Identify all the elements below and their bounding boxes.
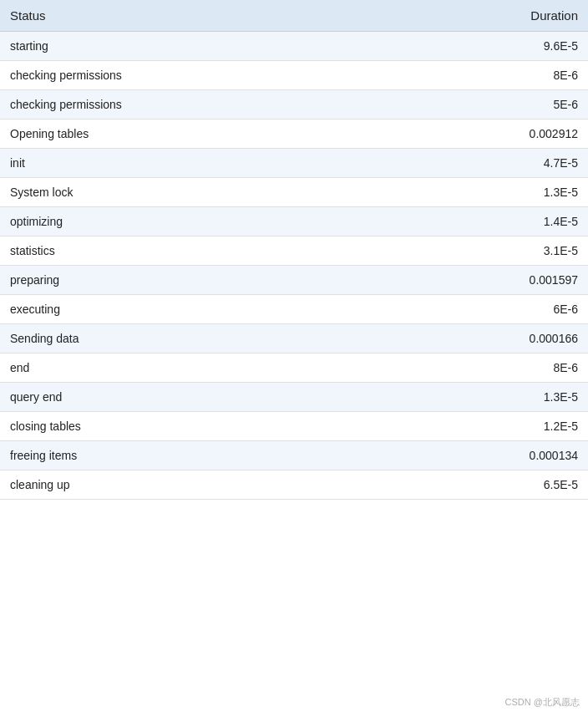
status-cell: statistics xyxy=(0,236,387,266)
duration-cell: 6E-6 xyxy=(387,295,588,324)
table-row: Sending data0.000166 xyxy=(0,324,588,353)
duration-cell: 1.3E-5 xyxy=(387,383,588,412)
table-row: preparing0.001597 xyxy=(0,266,588,295)
table-row: Opening tables0.002912 xyxy=(0,120,588,149)
table-row: checking permissions8E-6 xyxy=(0,61,588,90)
table-row: System lock1.3E-5 xyxy=(0,178,588,207)
status-cell: cleaning up xyxy=(0,470,387,500)
watermark-label: CSDN @北风愿志 xyxy=(505,696,580,709)
status-cell: starting xyxy=(0,32,387,61)
status-cell: query end xyxy=(0,383,387,412)
profiling-table: Status Duration starting9.6E-5checking p… xyxy=(0,0,588,500)
table-row: statistics3.1E-5 xyxy=(0,236,588,266)
status-cell: Opening tables xyxy=(0,120,387,149)
table-row: closing tables1.2E-5 xyxy=(0,412,588,441)
status-cell: closing tables xyxy=(0,412,387,441)
table-row: query end1.3E-5 xyxy=(0,383,588,412)
status-cell: freeing items xyxy=(0,441,387,470)
status-cell: init xyxy=(0,149,387,178)
table-row: end8E-6 xyxy=(0,353,588,383)
duration-cell: 0.000166 xyxy=(387,324,588,353)
status-cell: end xyxy=(0,353,387,383)
duration-cell: 8E-6 xyxy=(387,61,588,90)
table-header-row: Status Duration xyxy=(0,0,588,32)
duration-cell: 5E-6 xyxy=(387,90,588,120)
table-row: checking permissions5E-6 xyxy=(0,90,588,120)
status-cell: preparing xyxy=(0,266,387,295)
table-row: freeing items0.000134 xyxy=(0,441,588,470)
status-cell: checking permissions xyxy=(0,61,387,90)
duration-cell: 1.2E-5 xyxy=(387,412,588,441)
duration-cell: 8E-6 xyxy=(387,353,588,383)
table-row: executing6E-6 xyxy=(0,295,588,324)
status-column-header: Status xyxy=(0,0,387,32)
duration-cell: 1.3E-5 xyxy=(387,178,588,207)
duration-column-header: Duration xyxy=(387,0,588,32)
duration-cell: 3.1E-5 xyxy=(387,236,588,266)
table-row: init4.7E-5 xyxy=(0,149,588,178)
duration-cell: 4.7E-5 xyxy=(387,149,588,178)
duration-cell: 0.002912 xyxy=(387,120,588,149)
duration-cell: 1.4E-5 xyxy=(387,207,588,236)
table-row: optimizing1.4E-5 xyxy=(0,207,588,236)
status-cell: Sending data xyxy=(0,324,387,353)
status-cell: executing xyxy=(0,295,387,324)
duration-cell: 0.001597 xyxy=(387,266,588,295)
duration-cell: 9.6E-5 xyxy=(387,32,588,61)
status-cell: optimizing xyxy=(0,207,387,236)
duration-cell: 6.5E-5 xyxy=(387,470,588,500)
status-cell: System lock xyxy=(0,178,387,207)
status-cell: checking permissions xyxy=(0,90,387,120)
duration-cell: 0.000134 xyxy=(387,441,588,470)
table-row: cleaning up6.5E-5 xyxy=(0,470,588,500)
table-row: starting9.6E-5 xyxy=(0,32,588,61)
